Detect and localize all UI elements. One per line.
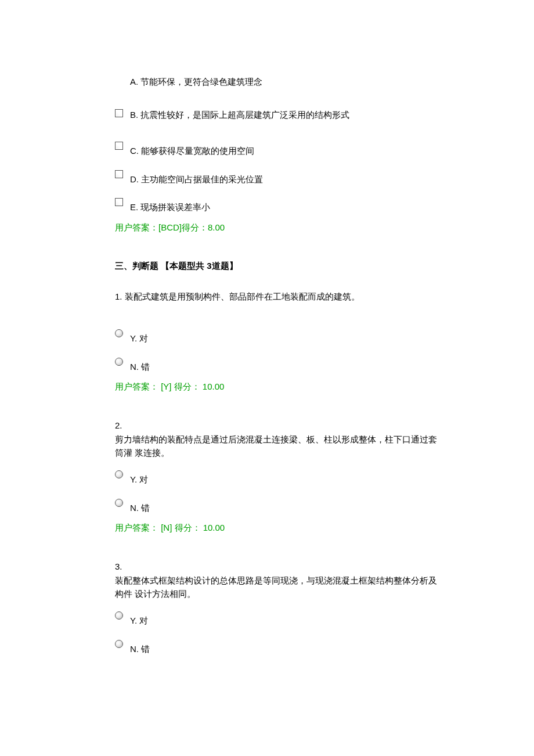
q2-user-answer: 用户答案： [N] 得分： 10.00 [115, 521, 453, 535]
radio-y-container [115, 329, 130, 337]
radio-icon[interactable] [115, 611, 123, 620]
radio-icon[interactable] [115, 640, 123, 648]
radio-icon[interactable] [115, 358, 123, 366]
q2-text: 剪力墙结构的装配特点是通过后浇混凝土连接梁、板、柱以形成整体，柱下口通过套筒灌 … [115, 433, 440, 459]
q1-option-n: N. 错 [115, 357, 453, 374]
section3-title: 三、判断题 【本题型共 3道题】 [115, 260, 453, 273]
q3-option-n-text: N. 错 [130, 639, 453, 656]
checkbox-icon[interactable] [115, 109, 123, 117]
q2-number: 2. [115, 419, 453, 433]
q2: 2. 剪力墙结构的装配特点是通过后浇混凝土连接梁、板、柱以形成整体，柱下口通过套… [115, 419, 453, 535]
q2-option-n: N. 错 [115, 498, 453, 515]
mc-user-answer: 用户答案：[BCD]得分：8.00 [115, 221, 453, 235]
radio-y-container [115, 470, 130, 478]
radio-icon[interactable] [115, 499, 123, 507]
mc-option-e: E. 现场拼装误差率小 [115, 197, 453, 214]
mc-option-a-text: A. 节能环保，更符合绿色建筑理念 [130, 75, 453, 89]
radio-n-container [115, 640, 130, 648]
q3-text: 装配整体式框架结构设计的总体思路是等同现浇，与现浇混凝土框架结构整体分析及构件 … [115, 574, 440, 600]
mc-option-c-text: C. 能够获得尽量宽敞的使用空间 [130, 141, 453, 158]
q3-option-y-text: Y. 对 [130, 611, 453, 628]
checkbox-d-container [115, 170, 130, 178]
mc-option-e-text: E. 现场拼装误差率小 [130, 197, 453, 214]
mc-option-b-text: B. 抗震性较好，是国际上超高层建筑广泛采用的结构形式 [130, 109, 453, 122]
q1: 1. 装配式建筑是用预制构件、部品部件在工地装配而成的建筑。 Y. 对 N. 错… [115, 290, 453, 394]
radio-y-container [115, 611, 130, 620]
radio-n-container [115, 358, 130, 366]
mc-option-d-text: D. 主功能空间占据最佳的采光位置 [130, 170, 453, 186]
radio-icon[interactable] [115, 329, 123, 337]
radio-n-container [115, 499, 130, 507]
q1-option-n-text: N. 错 [130, 357, 453, 374]
mc-option-d: D. 主功能空间占据最佳的采光位置 [115, 170, 453, 186]
checkbox-e-container [115, 198, 130, 206]
mc-option-b: B. 抗震性较好，是国际上超高层建筑广泛采用的结构形式 [115, 109, 453, 122]
checkbox-b-container [115, 109, 130, 117]
document-page: A. 节能环保，更符合绿色建筑理念 B. 抗震性较好，是国际上超高层建筑广泛采用… [0, 0, 453, 737]
q2-option-n-text: N. 错 [130, 498, 453, 515]
q3: 3. 装配整体式框架结构设计的总体思路是等同现浇，与现浇混凝土框架结构整体分析及… [115, 560, 453, 656]
q3-option-n: N. 错 [115, 639, 453, 656]
q2-option-y: Y. 对 [115, 470, 453, 487]
checkbox-c-container [115, 142, 130, 150]
radio-icon[interactable] [115, 470, 123, 478]
q2-option-y-text: Y. 对 [130, 470, 453, 487]
q1-option-y-text: Y. 对 [130, 329, 453, 345]
checkbox-icon[interactable] [115, 198, 123, 206]
mc-option-c: C. 能够获得尽量宽敞的使用空间 [115, 141, 453, 158]
checkbox-icon[interactable] [115, 170, 123, 178]
q3-option-y: Y. 对 [115, 611, 453, 628]
q1-text: 1. 装配式建筑是用预制构件、部品部件在工地装配而成的建筑。 [115, 290, 440, 304]
mc-option-a: A. 节能环保，更符合绿色建筑理念 [115, 75, 453, 89]
q1-user-answer: 用户答案： [Y] 得分： 10.00 [115, 380, 453, 394]
q1-option-y: Y. 对 [115, 329, 453, 345]
q3-number: 3. [115, 560, 453, 574]
checkbox-icon[interactable] [115, 142, 123, 150]
